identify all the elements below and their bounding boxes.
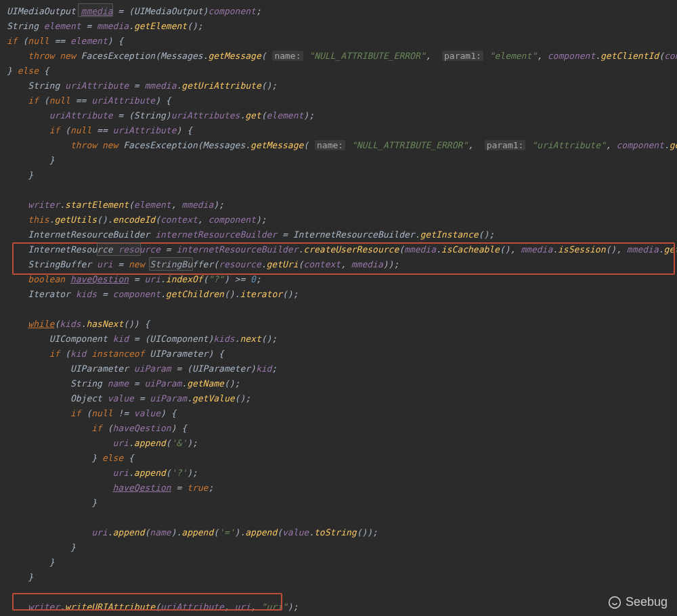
code-line: uri.append('?'); [7, 468, 198, 478]
code-line: throw new FacesException(Messages.getMes… [7, 51, 677, 61]
code-line: if (null == uriAttribute) { [7, 125, 192, 135]
code-line: } [7, 170, 33, 180]
watermark: Seebug [608, 595, 668, 609]
code-editor[interactable]: UIMediaOutput mmedia = (UIMediaOutput)co… [0, 0, 677, 616]
code-line: } [7, 498, 97, 508]
code-line: } else { [7, 453, 134, 463]
code-line: String uriAttribute = mmedia.getUriAttri… [7, 81, 277, 91]
code-line: StringBuffer uri = new StringBuffer(reso… [7, 259, 399, 269]
hint-param1: param1: [485, 140, 526, 150]
code-line: uriAttribute = (String)uriAttributes.get… [7, 110, 314, 120]
code-line: uri.append(name).append('=').append(valu… [7, 527, 378, 537]
code-line: Iterator kids = component.getChildren().… [7, 289, 299, 299]
code-line: uri.append('&'); [7, 438, 198, 448]
code-line: this.getUtils().encodeId(context, compon… [7, 215, 267, 225]
svg-point-0 [609, 596, 621, 608]
code-line: } [7, 542, 76, 552]
code-line: if (haveQestion) { [7, 423, 187, 433]
code-line: } [7, 572, 33, 582]
code-line: if (kid instanceof UIParameter) { [7, 349, 224, 359]
bug-icon [608, 596, 621, 609]
code-line: } [7, 155, 54, 165]
code-line: UIParameter uiParam = (UIParameter)kid; [7, 364, 277, 374]
code-line: if (null != value) { [7, 408, 176, 418]
code-line: Object value = uiParam.getValue(); [7, 393, 250, 403]
code-line: if (null == element) { [7, 36, 123, 46]
code-line: writer.writeURIAttribute(uriAttribute, u… [7, 602, 299, 612]
code-line: } [7, 557, 54, 567]
code-line: writer.startElement(element, mmedia); [7, 200, 224, 210]
code-line: } else { [7, 66, 49, 76]
hint-name: name: [315, 140, 345, 150]
code-line: haveQestion = true; [7, 483, 213, 493]
code-line: InternetResourceBuilder internetResource… [7, 229, 494, 240]
code-line [7, 185, 12, 195]
code-line: String name = uiParam.getName(); [7, 378, 240, 389]
hint-param1: param1: [442, 51, 483, 61]
code-line: while(kids.hasNext()) { [7, 319, 150, 329]
code-line: if (null == uriAttribute) { [7, 95, 171, 106]
code-line: boolean haveQestion = uri.indexOf("?") >… [7, 274, 261, 284]
code-line: throw new FacesException(Messages.getMes… [7, 140, 677, 150]
hint-name: name: [272, 51, 303, 61]
code-line: UIComponent kid = (UIComponent)kids.next… [7, 334, 277, 344]
code-line: InternetResource resource = internetReso… [7, 244, 677, 255]
code-line [7, 512, 12, 523]
code-line: String element = mmedia.getElement(); [7, 21, 203, 31]
code-line: UIMediaOutput mmedia = (UIMediaOutput)co… [7, 6, 261, 16]
code-line [7, 304, 12, 314]
code-line [7, 587, 12, 597]
